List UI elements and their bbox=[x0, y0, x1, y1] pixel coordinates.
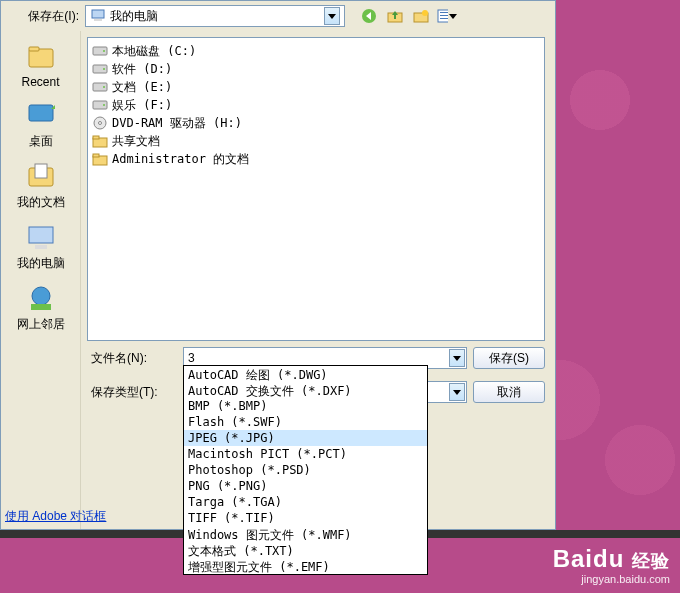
place-label: 桌面 bbox=[29, 133, 53, 150]
svg-rect-15 bbox=[29, 227, 53, 243]
hdd-icon bbox=[92, 43, 108, 59]
filetype-option[interactable]: Macintosh PICT (*.PCT) bbox=[184, 446, 427, 462]
svg-rect-16 bbox=[35, 245, 47, 249]
chevron-down-icon bbox=[453, 390, 461, 395]
svg-rect-12 bbox=[29, 105, 53, 121]
file-item-label: DVD-RAM 驱动器 (H:) bbox=[112, 115, 242, 132]
svg-point-20 bbox=[103, 50, 105, 52]
svg-point-24 bbox=[103, 86, 105, 88]
save-in-dropdown-button[interactable] bbox=[324, 7, 340, 25]
filetype-option[interactable]: Targa (*.TGA) bbox=[184, 494, 427, 510]
use-adobe-dialog-link[interactable]: 使用 Adobe 对话框 bbox=[5, 509, 106, 523]
filetype-label: 保存类型(T): bbox=[87, 384, 177, 401]
hdd-icon bbox=[92, 79, 108, 95]
watermark-brand: Baidu bbox=[553, 545, 625, 572]
filetype-option[interactable]: Windows 图元文件 (*.WMF) bbox=[184, 526, 427, 542]
network-icon bbox=[25, 282, 57, 314]
mydocs-icon bbox=[25, 160, 57, 192]
desktop-icon bbox=[25, 99, 57, 131]
place-network[interactable]: 网上邻居 bbox=[17, 282, 65, 333]
chevron-down-icon bbox=[453, 356, 461, 361]
file-list[interactable]: 本地磁盘 (C:)软件 (D:)文档 (E:)娱乐 (F:)DVD-RAM 驱动… bbox=[87, 37, 545, 341]
save-in-combo[interactable]: 我的电脑 bbox=[85, 5, 345, 27]
watermark-suffix: 经验 bbox=[632, 551, 670, 571]
place-mydocs[interactable]: 我的文档 bbox=[17, 160, 65, 211]
bottom-links: 使用 Adobe 对话框 bbox=[5, 508, 106, 525]
recent-icon bbox=[25, 41, 57, 73]
filetype-dropdown-button[interactable] bbox=[449, 383, 465, 401]
svg-rect-30 bbox=[93, 136, 99, 139]
place-label: 我的文档 bbox=[17, 194, 65, 211]
svg-rect-14 bbox=[35, 164, 47, 178]
up-folder-button[interactable] bbox=[385, 6, 405, 26]
svg-point-5 bbox=[422, 10, 428, 16]
svg-rect-9 bbox=[440, 18, 448, 19]
svg-rect-8 bbox=[440, 15, 448, 16]
mycomputer-icon bbox=[90, 7, 106, 26]
file-item-label: 娱乐 (F:) bbox=[112, 97, 172, 114]
filetype-option[interactable]: AutoCAD 绘图 (*.DWG) bbox=[184, 366, 427, 382]
folder-icon bbox=[92, 151, 108, 167]
file-item[interactable]: 娱乐 (F:) bbox=[92, 96, 540, 114]
filename-label: 文件名(N): bbox=[87, 350, 177, 367]
filetype-option[interactable]: Photoshop (*.PSD) bbox=[184, 462, 427, 478]
filename-dropdown-button[interactable] bbox=[449, 349, 465, 367]
filename-value: 3 bbox=[188, 351, 195, 365]
svg-rect-11 bbox=[29, 47, 39, 51]
view-menu-button[interactable] bbox=[437, 6, 457, 26]
save-in-value: 我的电脑 bbox=[110, 8, 158, 25]
folder-icon bbox=[92, 133, 108, 149]
top-row: 保存在(I): 我的电脑 bbox=[1, 1, 555, 31]
new-folder-button[interactable] bbox=[411, 6, 431, 26]
watermark: Baidu 经验 jingyan.baidu.com bbox=[553, 545, 670, 585]
places-sidebar: Recent 桌面 我的文档 我的电脑 网上邻居 bbox=[1, 31, 81, 529]
file-item[interactable]: Administrator 的文档 bbox=[92, 150, 540, 168]
mycomputer-icon bbox=[25, 221, 57, 253]
chevron-down-icon bbox=[449, 14, 457, 19]
filetype-dropdown-list[interactable]: AutoCAD 绘图 (*.DWG)AutoCAD 交换文件 (*.DXF)BM… bbox=[183, 365, 428, 575]
file-item[interactable]: 共享文档 bbox=[92, 132, 540, 150]
svg-rect-10 bbox=[29, 49, 53, 67]
cancel-button[interactable]: 取消 bbox=[473, 381, 545, 403]
hdd-icon bbox=[92, 97, 108, 113]
svg-rect-18 bbox=[31, 304, 51, 310]
svg-point-22 bbox=[103, 68, 105, 70]
file-item[interactable]: 文档 (E:) bbox=[92, 78, 540, 96]
svg-point-28 bbox=[99, 122, 102, 125]
chevron-down-icon bbox=[328, 14, 336, 19]
dvd-icon bbox=[92, 115, 108, 131]
place-recent[interactable]: Recent bbox=[21, 41, 59, 89]
toolbar bbox=[359, 6, 457, 26]
filetype-option[interactable]: AutoCAD 交换文件 (*.DXF) bbox=[184, 382, 427, 398]
place-mycomputer[interactable]: 我的电脑 bbox=[17, 221, 65, 272]
file-item-label: 共享文档 bbox=[112, 133, 160, 150]
svg-point-17 bbox=[32, 287, 50, 305]
svg-rect-7 bbox=[440, 12, 448, 13]
file-item[interactable]: 本地磁盘 (C:) bbox=[92, 42, 540, 60]
filetype-option[interactable]: TIFF (*.TIF) bbox=[184, 510, 427, 526]
svg-rect-32 bbox=[93, 154, 99, 157]
save-in-label: 保存在(I): bbox=[7, 8, 79, 25]
filetype-option[interactable]: 增强型图元文件 (*.EMF) bbox=[184, 558, 427, 574]
place-label: Recent bbox=[21, 75, 59, 89]
file-item-label: 文档 (E:) bbox=[112, 79, 172, 96]
back-button[interactable] bbox=[359, 6, 379, 26]
svg-rect-1 bbox=[94, 19, 102, 21]
place-desktop[interactable]: 桌面 bbox=[25, 99, 57, 150]
filetype-option[interactable]: PNG (*.PNG) bbox=[184, 478, 427, 494]
save-button[interactable]: 保存(S) bbox=[473, 347, 545, 369]
place-label: 我的电脑 bbox=[17, 255, 65, 272]
watermark-url: jingyan.baidu.com bbox=[553, 573, 670, 585]
file-item[interactable]: 软件 (D:) bbox=[92, 60, 540, 78]
filetype-option[interactable]: JPEG (*.JPG) bbox=[184, 430, 427, 446]
place-label: 网上邻居 bbox=[17, 316, 65, 333]
svg-rect-0 bbox=[92, 10, 104, 18]
filetype-option[interactable]: Flash (*.SWF) bbox=[184, 414, 427, 430]
filetype-option[interactable]: BMP (*.BMP) bbox=[184, 398, 427, 414]
file-item-label: 本地磁盘 (C:) bbox=[112, 43, 196, 60]
file-item-label: 软件 (D:) bbox=[112, 61, 172, 78]
filetype-option[interactable]: 文本格式 (*.TXT) bbox=[184, 542, 427, 558]
file-item[interactable]: DVD-RAM 驱动器 (H:) bbox=[92, 114, 540, 132]
file-item-label: Administrator 的文档 bbox=[112, 151, 249, 168]
svg-point-26 bbox=[103, 104, 105, 106]
